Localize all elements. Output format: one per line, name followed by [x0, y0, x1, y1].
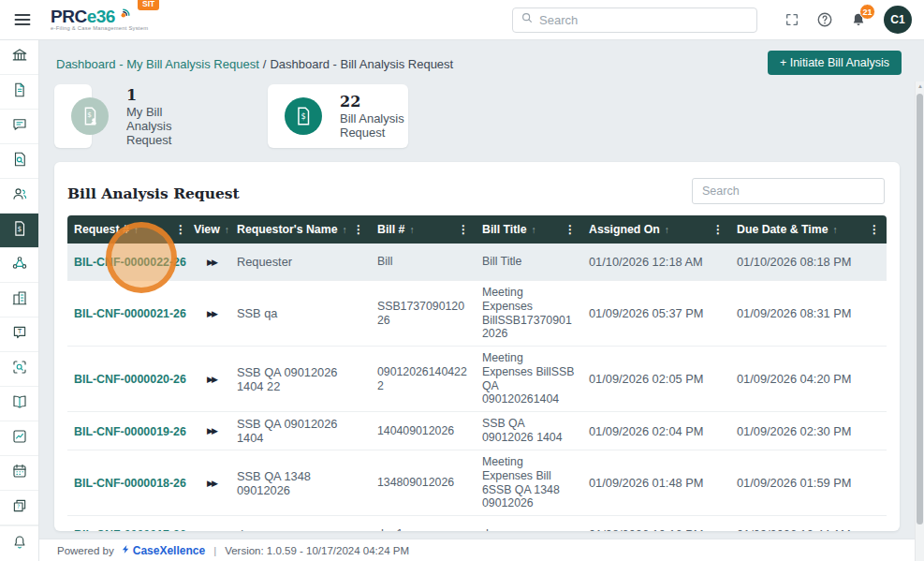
- sidebar-item-alerts[interactable]: [0, 525, 38, 561]
- assigned-on-cell: 01/09/2026 01:48 PM: [582, 471, 730, 495]
- column-menu-icon[interactable]: ⋮: [171, 223, 186, 236]
- due-date-cell: 01/09/2026 08:31 PM: [730, 302, 887, 325]
- bill-number-cell: 090120261404222: [371, 361, 476, 398]
- bill-title-cell: Meeting Expenses BillSSB QA 090120261404: [476, 347, 582, 411]
- fast-forward-icon[interactable]: ▶▶: [193, 421, 230, 440]
- document-icon: [11, 81, 28, 102]
- chat-icon: [11, 116, 28, 137]
- scrollbar-up-arrow[interactable]: ▲: [916, 83, 924, 89]
- sidebar-item-organization[interactable]: [0, 283, 38, 317]
- sidebar-item-help-pages[interactable]: ?: [0, 491, 38, 525]
- sort-asc-icon[interactable]: ↑: [225, 224, 229, 235]
- request-link[interactable]: BIL-CNF-0000021-26: [74, 307, 186, 320]
- sort-asc-icon[interactable]: ↑: [342, 224, 346, 235]
- people-network-icon: [11, 255, 28, 275]
- sort-asc-icon[interactable]: ↑: [409, 224, 414, 235]
- global-search[interactable]: [512, 7, 757, 33]
- sidebar-item-users[interactable]: [0, 179, 38, 214]
- column-menu-icon[interactable]: ⋮: [709, 223, 724, 236]
- sidebar-item-templates[interactable]: T: [0, 317, 38, 352]
- column-menu-icon[interactable]: ⋮: [454, 223, 469, 236]
- user-avatar[interactable]: C1: [884, 6, 912, 34]
- sidebar-item-ledger[interactable]: [0, 387, 38, 421]
- assigned-on-cell: 01/08/2026 10:16 PM: [582, 523, 730, 531]
- due-date-cell: 01/09/2026 12:44 AM: [730, 523, 887, 531]
- logo-text-e36: e36: [87, 7, 115, 26]
- sort-asc-icon[interactable]: ↑: [665, 224, 669, 235]
- my-bill-analysis-card[interactable]: $ 1 My Bill Analysis Request: [54, 84, 92, 148]
- fast-forward-icon[interactable]: ▶▶: [193, 525, 230, 532]
- notifications-bell-icon[interactable]: 21: [850, 11, 867, 28]
- logo-text-prc: PRC: [51, 7, 87, 26]
- column-menu-icon[interactable]: ⋮: [865, 223, 880, 236]
- book-icon: [11, 393, 28, 414]
- breadcrumb-link-my-bill-analysis[interactable]: Dashboard - My Bill Analysis Request: [56, 57, 259, 71]
- bank-icon: [11, 47, 28, 67]
- sort-asc-icon[interactable]: ↑: [532, 224, 536, 235]
- request-link[interactable]: BIL-CNF-0000018-26: [74, 477, 186, 490]
- bill-analysis-card[interactable]: $ 22 Bill Analysis Request: [268, 84, 408, 148]
- vertical-scrollbar[interactable]: ▲: [915, 81, 924, 561]
- app-logo[interactable]: PRCe36 e-Filing & Case Management System…: [51, 7, 148, 32]
- assigned-on-cell: 01/10/2026 12:18 AM: [582, 250, 730, 273]
- sort-asc-icon[interactable]: ↑: [833, 224, 838, 235]
- sort-asc-icon[interactable]: ↑: [134, 224, 139, 235]
- initiate-bill-analysis-button[interactable]: + Initiate Bill Analysis: [768, 51, 902, 75]
- environment-badge: SIT: [138, 0, 159, 10]
- fast-forward-icon[interactable]: ▶▶: [193, 474, 230, 493]
- table-search-input[interactable]: [692, 178, 885, 204]
- column-menu-icon[interactable]: ⋮: [349, 223, 364, 236]
- request-link[interactable]: BIL-CNF-0000019-26: [74, 425, 186, 438]
- assigned-on-cell: 01/09/2026 02:04 PM: [582, 420, 730, 443]
- column-header-due-date[interactable]: Due Date & Time↑⋮: [730, 215, 887, 244]
- help-pages-icon: ?: [11, 497, 28, 518]
- global-search-input[interactable]: [539, 13, 749, 27]
- notification-count-badge: 21: [859, 4, 875, 20]
- table-row: BIL-CNF-0000021-26 ▶▶ SSB qa SSB17370901…: [67, 281, 887, 347]
- sidebar-item-reports[interactable]: [0, 421, 38, 456]
- requestor-cell: SSB qa: [230, 302, 371, 325]
- bill-title-cell: Meeting Expenses BillSSB173709012026: [476, 281, 582, 346]
- sidebar-item-calendar[interactable]: [0, 456, 38, 491]
- bill-number-cell: 134809012026: [371, 471, 476, 495]
- sidebar-item-messages[interactable]: [0, 110, 38, 144]
- sidebar-item-documents[interactable]: [0, 75, 38, 110]
- sidebar-item-bank[interactable]: [0, 40, 38, 75]
- fullscreen-icon[interactable]: [785, 12, 799, 27]
- main-content: Dashboard - My Bill Analysis Request/Das…: [39, 40, 924, 539]
- table-row: BIL-CNF-0000022-26 ▶▶ Requester Bill Bil…: [67, 244, 887, 281]
- request-link[interactable]: BIL-CNF-0000017-26: [74, 528, 186, 531]
- template-icon: T: [11, 324, 28, 345]
- column-header-assigned-on[interactable]: Assigned On↑⋮: [582, 215, 730, 244]
- fast-forward-icon[interactable]: ▶▶: [193, 304, 230, 323]
- column-header-request[interactable]: Request #↑⋮: [67, 215, 193, 244]
- column-menu-icon[interactable]: ⋮: [561, 223, 576, 236]
- request-link[interactable]: BIL-CNF-0000022-26: [74, 256, 186, 269]
- help-icon[interactable]: [816, 11, 833, 28]
- app-window: PRCe36 e-Filing & Case Management System…: [0, 0, 924, 561]
- scrollbar-thumb[interactable]: [917, 94, 923, 524]
- my-bill-analysis-label: My Bill Analysis Request: [126, 105, 171, 147]
- fast-forward-icon[interactable]: ▶▶: [193, 253, 230, 272]
- table-row: BIL-CNF-0000020-26 ▶▶ SSB QA 09012026 14…: [67, 347, 887, 412]
- requestor-cell: SSB QA 1348 09012026: [230, 465, 371, 502]
- column-header-view[interactable]: View↑: [193, 215, 230, 244]
- sidebar-item-bill-analysis[interactable]: $: [0, 214, 38, 248]
- column-header-bill-title[interactable]: Bill Title↑⋮: [476, 215, 582, 244]
- casexellence-logo[interactable]: CaseXellence: [121, 543, 205, 557]
- hamburger-menu-icon[interactable]: [10, 7, 35, 32]
- bill-analysis-table: Request #↑⋮ View↑ Requestor's Name↑⋮ Bil…: [67, 215, 887, 531]
- sidebar-item-scan-search[interactable]: [0, 352, 38, 387]
- bill-title-cell: Bill Title: [476, 250, 582, 273]
- sidebar-item-file-search[interactable]: [0, 144, 38, 179]
- column-header-bill[interactable]: Bill #↑⋮: [371, 215, 476, 244]
- request-link[interactable]: BIL-CNF-0000020-26: [74, 373, 186, 386]
- sidebar-item-people-network[interactable]: [0, 248, 38, 283]
- casexellence-bolt-icon: [121, 543, 131, 557]
- column-header-requestor[interactable]: Requestor's Name↑⋮: [230, 215, 371, 244]
- fast-forward-icon[interactable]: ▶▶: [193, 370, 230, 389]
- panel-title: Bill Analysis Request: [67, 185, 240, 202]
- svg-text:$: $: [17, 225, 22, 233]
- bill-analysis-count: 22: [340, 93, 408, 111]
- scan-search-icon: [11, 359, 28, 379]
